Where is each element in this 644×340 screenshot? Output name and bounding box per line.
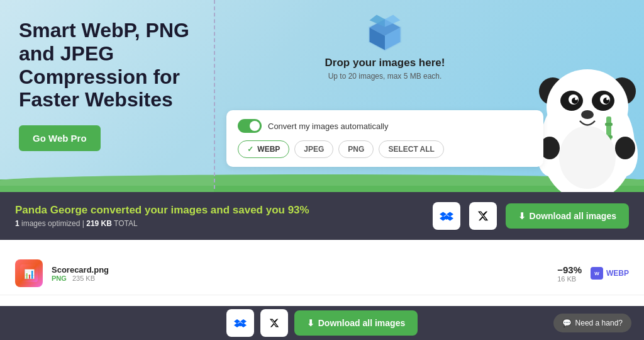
panda-svg: [531, 0, 644, 195]
svg-point-26: [615, 137, 635, 159]
image-filename: Scorecard.png: [52, 265, 557, 275]
drop-title: Drop your images here!: [325, 57, 445, 69]
hero-left-panel: Smart WebP, PNG and JPEG Compression for…: [0, 0, 214, 195]
image-meta: PNG 235 KB: [52, 275, 557, 282]
results-text: Panda George converted your images and s…: [15, 204, 424, 228]
image-row: 📊 Scorecard.png PNG 235 KB −93% 16 KB W …: [0, 252, 644, 295]
format-btn-png[interactable]: PNG: [338, 140, 374, 158]
results-bar: Panda George converted your images and s…: [0, 192, 644, 240]
need-hand-label: Need a hand?: [575, 319, 623, 327]
results-headline: Panda George converted your images and s…: [15, 204, 424, 217]
results-subtext: 1 images optimized | 219 KB TOTAL: [15, 219, 424, 228]
need-hand-button[interactable]: 💬 Need a hand?: [553, 314, 631, 332]
output-format-badge: W WEBP: [591, 267, 629, 280]
svg-point-27: [559, 126, 616, 189]
format-btn-webp[interactable]: ✓ WEBP: [238, 140, 289, 158]
bottom-download-label: Download all images: [318, 318, 405, 328]
output-size: 16 KB: [557, 275, 582, 283]
format-buttons: ✓ WEBP JPEG PNG SELECT ALL: [238, 140, 532, 158]
image-count: 1: [15, 219, 19, 228]
images-label: images optimized |: [21, 219, 86, 228]
image-original-size: 235 KB: [72, 275, 95, 282]
bottom-download-icon: ⬇: [307, 318, 314, 328]
bottom-download-all-button[interactable]: ⬇ Download all images: [294, 310, 418, 336]
savings-block: −93% 16 KB: [557, 264, 582, 283]
bottom-dropbox-button[interactable]: [226, 309, 254, 337]
download-icon: ⬇: [518, 211, 526, 221]
hero-title: Smart WebP, PNG and JPEG Compression for…: [19, 19, 195, 111]
svg-point-19: [581, 110, 594, 119]
go-web-pro-button[interactable]: Go Web Pro: [19, 125, 101, 151]
dropbox-button[interactable]: [433, 202, 460, 230]
webp-icon: W: [591, 267, 603, 280]
panda-decoration: [531, 0, 644, 195]
drop-zone[interactable]: Drop your images here! Up to 20 images, …: [226, 13, 543, 81]
box-icon: [363, 13, 407, 57]
thumbnail-icon: 📊: [20, 264, 38, 282]
svg-rect-21: [605, 123, 613, 126]
download-all-label: Download all images: [530, 211, 616, 221]
image-info: Scorecard.png PNG 235 KB: [52, 265, 557, 282]
drop-subtitle: Up to 20 images, max 5 MB each.: [328, 72, 442, 81]
svg-point-18: [606, 98, 609, 100]
savings-percentage: −93%: [557, 264, 582, 275]
chat-icon: 💬: [562, 319, 572, 327]
image-stats: −93% 16 KB: [557, 264, 582, 283]
total-label: TOTAL: [114, 219, 138, 228]
auto-convert-toggle[interactable]: [238, 119, 262, 133]
image-type: PNG: [52, 275, 67, 282]
download-all-button[interactable]: ⬇ Download all images: [506, 203, 629, 229]
toggle-label: Convert my images automatically: [268, 122, 388, 131]
format-panel: Convert my images automatically ✓ WEBP J…: [226, 110, 543, 167]
svg-text:📊: 📊: [24, 269, 35, 280]
bottom-x-icon: [269, 318, 279, 328]
dropbox-icon: [440, 209, 453, 223]
total-size: 219 KB: [86, 219, 112, 228]
dashed-separator: [214, 0, 215, 189]
x-icon: [477, 210, 489, 222]
toggle-row: Convert my images automatically: [238, 119, 532, 133]
format-btn-jpeg[interactable]: JPEG: [294, 140, 333, 158]
bottom-dropbox-icon: [234, 317, 247, 329]
format-btn-select-all[interactable]: SELECT ALL: [379, 140, 444, 158]
svg-point-17: [575, 98, 577, 100]
bottom-bar: ⬇ Download all images 💬 Need a hand?: [0, 306, 644, 340]
output-format-label: WEBP: [606, 269, 629, 278]
twitter-x-button[interactable]: [469, 202, 497, 230]
image-thumbnail: 📊: [15, 259, 43, 287]
bottom-x-button[interactable]: [260, 309, 288, 337]
